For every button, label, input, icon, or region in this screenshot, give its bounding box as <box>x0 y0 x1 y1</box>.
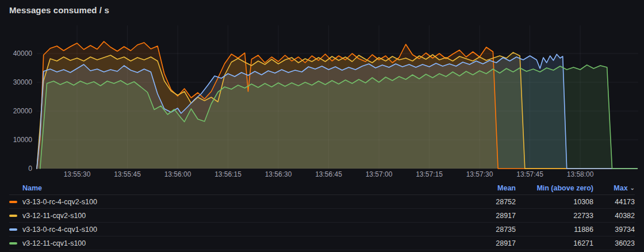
series-name[interactable]: v3-13-0-rc-4-cqv2-s100 <box>22 198 97 206</box>
timeseries-chart[interactable]: 010000200003000040000 13:55:3013:55:4513… <box>0 25 644 181</box>
legend-header: Name Mean Min (above zero) Max⌄ <box>9 181 635 195</box>
x-tick-label: 13:57:45 <box>516 170 543 178</box>
legend-col-name[interactable]: Name <box>9 184 430 192</box>
series-mean-value: 28735 <box>430 226 516 234</box>
y-tick-label: 40000 <box>13 49 33 58</box>
x-tick-label: 13:58:00 <box>567 170 594 178</box>
series-min-value: 10308 <box>516 198 593 206</box>
series-mean-value: 28752 <box>430 198 516 206</box>
x-tick-label: 13:56:45 <box>315 170 342 178</box>
grafana-panel: Messages consumed / s 010000200003000040… <box>0 0 644 252</box>
series-color-swatch[interactable] <box>9 201 17 203</box>
y-tick-label: 0 <box>28 165 32 173</box>
legend-col-mean[interactable]: Mean <box>430 184 516 192</box>
series-color-swatch[interactable] <box>9 215 17 217</box>
legend-row[interactable]: v3-13-0-rc-4-cqv2-s100287521030844173 <box>9 195 635 209</box>
y-tick-label: 30000 <box>13 78 33 86</box>
x-tick-label: 13:57:30 <box>466 170 493 178</box>
x-tick-label: 13:56:00 <box>164 170 191 178</box>
series-fills <box>37 41 637 169</box>
series-min-value: 16271 <box>516 239 593 247</box>
timeseries-svg: 010000200003000040000 13:55:3013:55:4513… <box>0 25 644 181</box>
series-max-value: 39734 <box>593 226 635 234</box>
series-color-swatch[interactable] <box>9 228 17 231</box>
x-tick-label: 13:55:45 <box>114 170 141 178</box>
panel-title[interactable]: Messages consumed / s <box>9 5 109 15</box>
legend-row[interactable]: v3-12-11-cqv2-s100289172273340382 <box>9 209 635 223</box>
legend-table: Name Mean Min (above zero) Max⌄ v3-13-0-… <box>9 181 635 250</box>
series-min-value: 11886 <box>516 226 593 234</box>
series-name[interactable]: v3-12-11-cqv2-s100 <box>22 212 86 220</box>
y-tick-label: 10000 <box>13 136 33 144</box>
y-axis-labels: 010000200003000040000 <box>13 49 33 173</box>
legend-row[interactable]: v3-12-11-cqv1-s100289171627136023 <box>9 236 635 250</box>
series-color-swatch[interactable] <box>9 242 17 245</box>
series-mean-value: 28917 <box>430 212 516 220</box>
legend-col-max[interactable]: Max⌄ <box>593 184 635 192</box>
series-mean-value: 28917 <box>430 239 516 247</box>
y-tick-label: 20000 <box>13 107 33 115</box>
sort-desc-icon: ⌄ <box>630 185 635 191</box>
x-axis-labels: 13:55:3013:55:4513:56:0013:56:1513:56:30… <box>64 170 594 178</box>
legend-row[interactable]: v3-13-0-rc-4-cqv1-s100287351188639734 <box>9 223 635 236</box>
series-min-value: 22733 <box>516 212 593 220</box>
series-max-value: 44173 <box>593 198 635 206</box>
series-max-value: 36023 <box>593 239 635 247</box>
x-tick-label: 13:56:15 <box>214 170 241 178</box>
x-tick-label: 13:57:00 <box>366 170 393 178</box>
x-tick-label: 13:57:15 <box>416 170 443 178</box>
series-max-value: 40382 <box>593 212 635 220</box>
legend-col-min[interactable]: Min (above zero) <box>516 184 593 192</box>
series-name[interactable]: v3-13-0-rc-4-cqv1-s100 <box>22 226 97 234</box>
x-tick-label: 13:55:30 <box>64 170 91 178</box>
series-name[interactable]: v3-12-11-cqv1-s100 <box>22 239 86 247</box>
x-tick-label: 13:56:30 <box>265 170 292 178</box>
